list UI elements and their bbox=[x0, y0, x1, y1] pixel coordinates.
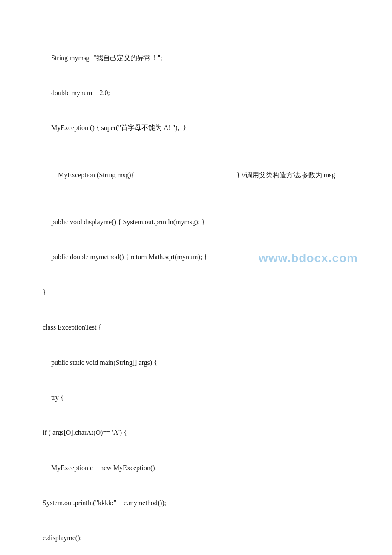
code-line-13: System.out.println("kkkk:" + e.mymethod(… bbox=[43, 497, 366, 509]
code-line-14: e.displayme(); bbox=[43, 532, 366, 544]
code-line-7: } bbox=[43, 286, 366, 298]
code-block: String mymsg="我自己定义的异常！"; double mynum =… bbox=[43, 17, 366, 555]
code-after: } //调用父类构造方法,参数为 msg bbox=[236, 171, 335, 179]
code-line-5: public void displayme() { System.out.pri… bbox=[43, 216, 366, 228]
code-text: MyException (String msg){ bbox=[58, 171, 134, 179]
code-line-11: if ( args[O].charAt(O)== 'A') { bbox=[43, 427, 366, 439]
blank-field-1 bbox=[134, 173, 236, 181]
code-line-9: public static void main(String[] args) { bbox=[43, 357, 366, 369]
code-line-10: try { bbox=[43, 392, 366, 404]
code-line-1: String mymsg="我自己定义的异常！"; bbox=[43, 52, 366, 64]
code-line-4: MyException (String msg){} //调用父类构造方法,参数… bbox=[43, 157, 366, 193]
code-line-3: MyException () { super("首字母不能为 A! "); } bbox=[43, 122, 366, 134]
code-line-6: public double mymethod() { return Math.s… bbox=[43, 251, 366, 263]
code-line-2: double mynum = 2.0; bbox=[43, 87, 366, 99]
code-line-8: class ExceptionTest { bbox=[43, 321, 366, 333]
code-line-12: MyException e = new MyException(); bbox=[43, 462, 366, 474]
